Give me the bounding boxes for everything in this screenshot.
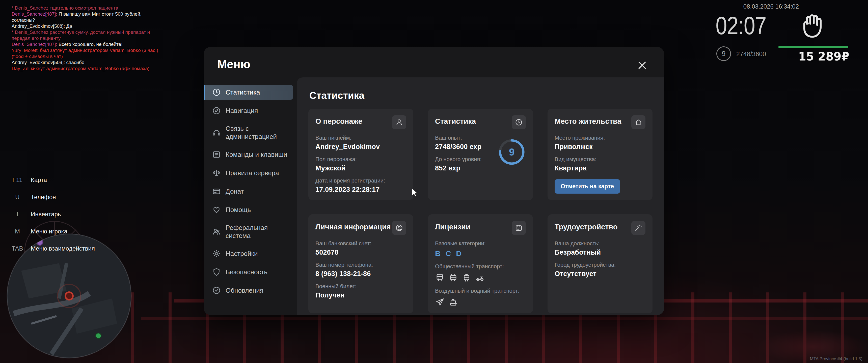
card-character: О персонажеВаш никнейм:Andrey_EvdokimovП… — [308, 109, 413, 200]
sidebar-item-updates[interactable]: Обновления — [204, 283, 293, 298]
chat-text: Denis_Sanchez[487]: — [11, 11, 59, 16]
pickaxe-icon — [631, 221, 646, 235]
mouse-cursor — [411, 188, 418, 199]
sidebar-item-stats[interactable]: Статистика — [204, 85, 293, 100]
headset-icon — [212, 128, 221, 137]
keybind-action: Телефон — [31, 194, 56, 201]
card-header: О персонаже — [315, 115, 406, 129]
card-body: Ваш банковский счет:502678Ваш номер теле… — [315, 240, 406, 299]
field-label: Ваш номер телефона: — [315, 262, 406, 268]
level-number: 9 — [722, 50, 725, 58]
field-label: Дата и время регистрации: — [315, 177, 406, 184]
chat-line: Denis_Sanchez[487]: Всего хорошего, не б… — [11, 41, 165, 47]
card-icon — [212, 187, 221, 196]
chat-line: Yury_Moretti был затянут администратором… — [11, 47, 165, 60]
field-value: 17.09.2023 22:28:17 — [315, 186, 406, 194]
sidebar-item-commands[interactable]: Команды и клавиши — [204, 147, 293, 162]
card-header: Лицензии — [435, 221, 526, 235]
field-label: Воздушный и водный транспорт: — [435, 288, 526, 294]
sidebar-item-label: Безопасность — [225, 268, 268, 276]
key-label: U — [7, 194, 28, 201]
mark-on-map-button[interactable]: Отметить на карте — [555, 179, 620, 194]
level-badge: 9 — [716, 46, 731, 61]
content-heading: Статистика — [309, 90, 652, 101]
card-stats: СтатистикаВаш опыт:2748/3600 expДо новог… — [428, 109, 533, 200]
chat-line: Andrey_Evdokimov[508]: спасибо — [11, 60, 165, 66]
menu-content: Статистика О персонажеВаш никнейм:Andrey… — [297, 77, 664, 315]
card-employment: ТрудоустройствоВаша должность:Безработны… — [548, 214, 652, 314]
menu-sidebar: СтатистикаНавигацияСвязь с администрацие… — [204, 85, 297, 298]
license-categories: BCD — [435, 249, 526, 258]
sidebar-item-navigation[interactable]: Навигация — [204, 103, 293, 118]
field-value: Andrey_Evdokimov — [315, 143, 406, 151]
keybind-f11: F11Карта — [7, 176, 95, 184]
watermark: MTA Province #4 (build 1.5) — [810, 357, 863, 362]
compass-icon — [212, 106, 221, 115]
sidebar-item-settings[interactable]: Настройки — [204, 246, 293, 261]
card-body: Место проживания:ПриволжскВид имущества:… — [555, 135, 646, 172]
chat-log: * Denis_Sanchez тщательно осмотрел пацие… — [11, 5, 165, 72]
chat-text: Day_Zel кикнут администратором Varlam_Bo… — [11, 66, 149, 71]
chat-text: Denis_Sanchez[487]: — [11, 42, 59, 47]
field-label: Ваша должность: — [555, 240, 646, 247]
sidebar-item-help[interactable]: Помощь — [204, 202, 293, 217]
shield-icon — [212, 267, 221, 276]
chat-text: Yury_Moretti был затянут администратором… — [11, 47, 158, 59]
plane-icon — [435, 297, 444, 307]
clock-icon — [512, 115, 526, 129]
keybind-m: MМеню игрока — [7, 228, 95, 235]
card-header: Статистика — [435, 115, 526, 129]
keybind-hints: F11КартаUТелефонIИнвентарьMМеню игрокаTA… — [7, 176, 95, 252]
field-label: Базовые категории: — [435, 240, 526, 247]
ship-icon — [448, 297, 458, 307]
sidebar-item-donate[interactable]: Донат — [204, 184, 293, 199]
license-d: D — [456, 249, 462, 258]
keybind-u: UТелефон — [7, 194, 95, 201]
sidebar-item-label: Донат — [225, 187, 244, 195]
hud-timer: 02:07 — [716, 11, 766, 40]
keybind-action: Меню игрока — [31, 228, 67, 235]
sidebar-item-security[interactable]: Безопасность — [204, 264, 293, 279]
field-label: Город трудоустройства: — [555, 262, 646, 268]
background-silhouette — [696, 272, 868, 363]
card-title: Место жительства — [555, 115, 621, 126]
chat-line: * Denis_Sanchez тщательно осмотрел пацие… — [11, 5, 165, 11]
field-value: 502678 — [315, 249, 406, 256]
card-header: Место жительства — [555, 115, 646, 129]
menu-title: Меню — [217, 58, 250, 71]
sidebar-item-rules[interactable]: Правила сервера — [204, 165, 293, 180]
key-label: M — [7, 228, 28, 235]
menu-modal: Меню СтатистикаНавигацияСвязь с админист… — [204, 47, 664, 315]
key-label: TAB — [7, 245, 28, 252]
trolleybus-icon — [448, 273, 458, 282]
sidebar-item-label: Помощь — [225, 206, 251, 214]
license-b: B — [435, 249, 440, 258]
field-value: Отсутствует — [555, 270, 646, 278]
close-icon[interactable] — [636, 59, 649, 72]
card-body: Базовые категории:BCDОбщественный трансп… — [435, 240, 526, 307]
field-label: Ваш никнейм: — [315, 135, 406, 141]
bus-icon — [435, 273, 444, 282]
chat-text: Andrey_Evdokimov[508]: спасибо — [11, 60, 84, 65]
keybind-action: Меню взаимодействия — [31, 245, 95, 252]
heart-icon — [212, 205, 221, 214]
keybind-i: IИнвентарь — [7, 211, 95, 218]
sidebar-item-referral[interactable]: Реферальная система — [204, 221, 293, 243]
person-icon — [392, 115, 406, 129]
check-circle-icon — [212, 286, 221, 295]
stats-cards: О персонажеВаш никнейм:Andrey_EvdokimovП… — [308, 109, 652, 314]
tram-icon — [462, 273, 471, 282]
chat-line: Andrey_Evdokimov[508]: Да — [11, 23, 165, 29]
card-title: Лицензии — [435, 221, 470, 231]
card-body: Ваш никнейм:Andrey_EvdokimovПол персонаж… — [315, 135, 406, 194]
sidebar-item-label: Настройки — [225, 250, 258, 258]
minimap-player-marker — [65, 292, 73, 300]
chat-text: * Denis_Sanchez тщательно осмотрел пацие… — [11, 5, 118, 10]
sidebar-item-admin-contact[interactable]: Связь с администрацией — [204, 122, 293, 144]
hud-datetime: 08.03.2026 16:34:02 — [743, 3, 799, 10]
people-icon — [212, 227, 221, 236]
sidebar-item-label: Связь с администрацией — [225, 125, 289, 141]
list-icon — [212, 150, 221, 159]
field-value: Получен — [315, 291, 406, 299]
field-label: Военный билет: — [315, 283, 406, 290]
